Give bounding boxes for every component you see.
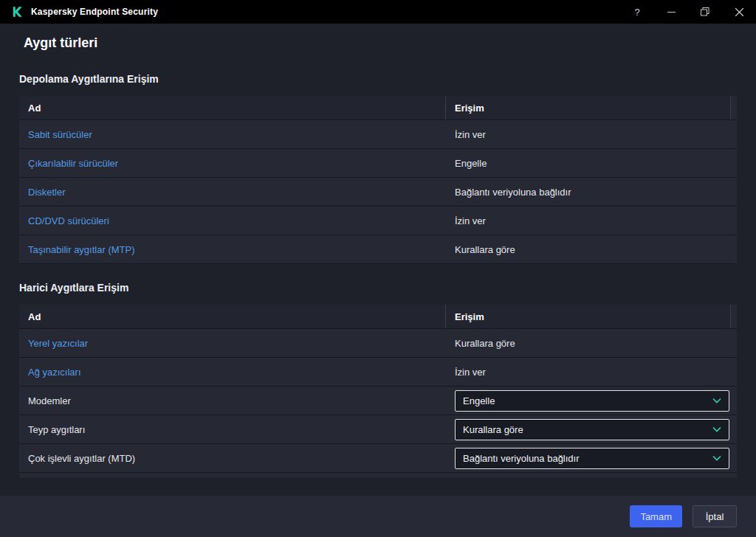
kaspersky-logo-icon xyxy=(12,6,24,18)
table-header: Ad Erişim xyxy=(19,305,737,329)
table-row: Teyp aygıtları Kurallara göre xyxy=(19,415,737,444)
footer-bar: Tamam İptal xyxy=(0,496,756,537)
table-row: CD/DVD sürücüleri İzin ver xyxy=(19,207,737,235)
chevron-down-icon xyxy=(712,455,721,461)
clipped-table-row xyxy=(19,473,737,478)
title-bar: Kaspersky Endpoint Security ? xyxy=(0,0,756,24)
chevron-down-icon xyxy=(712,426,721,432)
close-button[interactable] xyxy=(722,0,756,24)
page-title: Aygıt türleri xyxy=(24,35,756,51)
table-row: Çok işlevli aygıtlar (MTD) Bağlantı veri… xyxy=(19,444,737,473)
device-name: Teyp aygıtları xyxy=(28,424,85,435)
device-link[interactable]: Yerel yazıcılar xyxy=(28,338,88,349)
column-header-name: Ad xyxy=(19,96,446,119)
device-link[interactable]: Disketler xyxy=(28,187,66,198)
table-row: Yerel yazıcılar Kurallara göre xyxy=(19,329,737,358)
access-dropdown-value: Engelle xyxy=(463,395,495,406)
column-header-name: Ad xyxy=(19,305,446,328)
access-dropdown-value: Bağlantı veriyoluna bağlıdır xyxy=(463,453,580,464)
table-row: Sabit sürücüler İzin ver xyxy=(19,120,737,149)
scrollbar-gutter xyxy=(730,305,737,328)
storage-devices-table: Ad Erişim Sabit sürücüler İzin ver Çıkar… xyxy=(19,96,737,264)
column-header-access: Erişim xyxy=(446,305,730,328)
external-devices-table: Ad Erişim Yerel yazıcılar Kurallara göre… xyxy=(19,305,737,473)
table-row: Disketler Bağlantı veriyoluna bağlıdır xyxy=(19,178,737,207)
column-header-access: Erişim xyxy=(446,96,730,119)
device-link[interactable]: Sabit sürücüler xyxy=(28,129,92,140)
access-value: İzin ver xyxy=(455,367,486,378)
device-name: Çok işlevli aygıtlar (MTD) xyxy=(28,453,135,464)
access-value: İzin ver xyxy=(455,215,486,226)
help-button[interactable]: ? xyxy=(620,0,654,24)
cancel-button[interactable]: İptal xyxy=(693,505,737,527)
device-name: Modemler xyxy=(28,395,71,406)
restore-button[interactable] xyxy=(688,0,722,24)
access-dropdown[interactable]: Engelle xyxy=(455,390,729,412)
access-value: Engelle xyxy=(455,158,487,169)
table-header: Ad Erişim xyxy=(19,96,737,120)
scrollbar-gutter xyxy=(730,96,737,119)
section-heading-storage: Depolama Aygıtlarına Erişim xyxy=(19,73,756,85)
window-title: Kaspersky Endpoint Security xyxy=(31,7,158,17)
access-value: İzin ver xyxy=(455,129,486,140)
chevron-down-icon xyxy=(712,398,721,403)
access-dropdown[interactable]: Kurallara göre xyxy=(455,419,729,440)
device-link[interactable]: Taşınabilir aygıtlar (MTP) xyxy=(28,244,134,255)
device-link[interactable]: CD/DVD sürücüleri xyxy=(28,215,109,226)
device-link[interactable]: Çıkarılabilir sürücüler xyxy=(28,158,118,169)
access-value: Kurallara göre xyxy=(455,338,515,349)
access-dropdown-value: Kurallara göre xyxy=(463,424,523,435)
table-row: Taşınabilir aygıtlar (MTP) Kurallara gör… xyxy=(19,235,737,264)
table-row: Çıkarılabilir sürücüler Engelle xyxy=(19,149,737,178)
table-row: Modemler Engelle xyxy=(19,387,737,415)
minimize-button[interactable] xyxy=(654,0,688,24)
access-dropdown[interactable]: Bağlantı veriyoluna bağlıdır xyxy=(455,448,729,469)
ok-button[interactable]: Tamam xyxy=(630,505,682,527)
access-value: Kurallara göre xyxy=(455,244,515,255)
device-link[interactable]: Ağ yazıcıları xyxy=(28,367,81,378)
table-row: Ağ yazıcıları İzin ver xyxy=(19,358,737,387)
access-value: Bağlantı veriyoluna bağlıdır xyxy=(455,187,571,198)
section-heading-external: Harici Aygıtlara Erişim xyxy=(19,282,756,294)
